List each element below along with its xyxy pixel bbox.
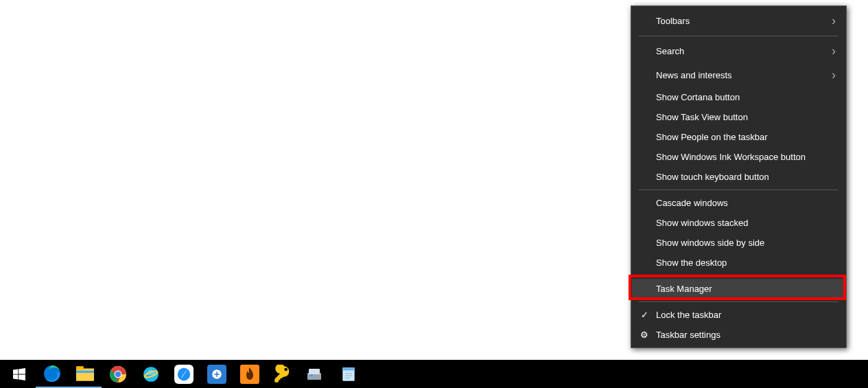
safari-browser[interactable] <box>167 360 200 388</box>
svg-rect-16 <box>309 369 320 374</box>
menu-item-show-cortana-button[interactable]: Show Cortana button <box>632 87 845 107</box>
app-key[interactable] <box>266 360 299 388</box>
notepad-icon <box>339 365 358 384</box>
flame-icon <box>240 365 259 384</box>
menu-item-label: News and interests <box>656 70 732 80</box>
menu-item-label: Show the desktop <box>656 258 727 268</box>
svg-rect-17 <box>310 374 313 376</box>
menu-item-news-and-interests[interactable]: News and interests› <box>632 63 845 87</box>
ie-icon <box>141 365 161 384</box>
menu-item-show-people-on-the-taskbar[interactable]: Show People on the taskbar <box>632 127 845 147</box>
menu-item-cascade-windows[interactable]: Cascade windows <box>632 193 845 213</box>
menu-item-task-manager[interactable]: Task Manager <box>632 279 845 299</box>
app-notepad[interactable] <box>332 360 365 388</box>
chevron-right-icon: › <box>832 44 836 58</box>
menu-separator <box>639 275 838 276</box>
taskbar <box>0 360 868 388</box>
menu-item-label: Lock the taskbar <box>656 310 721 320</box>
menu-item-show-the-desktop[interactable]: Show the desktop <box>632 253 845 273</box>
menu-item-search[interactable]: Search› <box>632 39 845 63</box>
chevron-right-icon: › <box>832 68 836 82</box>
menu-separator <box>639 301 838 302</box>
edge-browser[interactable] <box>36 361 69 388</box>
chrome-icon <box>108 365 128 384</box>
explorer-icon <box>75 364 95 383</box>
menu-item-label: Show touch keyboard button <box>656 172 769 182</box>
menu-separator <box>639 36 838 36</box>
menu-item-show-windows-ink-workspace-button[interactable]: Show Windows Ink Workspace button <box>632 147 845 167</box>
app-plus[interactable] <box>200 360 233 388</box>
menu-item-label: Show People on the taskbar <box>656 132 768 142</box>
internet-explorer[interactable] <box>134 360 167 388</box>
menu-item-label: Show windows stacked <box>656 218 748 228</box>
start-button[interactable] <box>3 360 36 388</box>
svg-rect-1 <box>76 368 94 380</box>
menu-item-toolbars[interactable]: Toolbars› <box>632 9 845 33</box>
taskbar-context-menu: Toolbars›Search›News and interests›Show … <box>631 5 847 348</box>
menu-item-label: Show Windows Ink Workspace button <box>656 152 806 162</box>
menu-separator <box>639 190 838 190</box>
windows-icon <box>10 365 29 384</box>
svg-point-7 <box>115 371 121 377</box>
key-icon <box>273 365 292 384</box>
scanner-icon <box>306 365 325 384</box>
menu-item-label: Show Task View button <box>656 112 748 122</box>
chevron-right-icon: › <box>832 14 836 28</box>
menu-item-label: Task Manager <box>656 284 712 294</box>
menu-item-show-touch-keyboard-button[interactable]: Show touch keyboard button <box>632 167 845 187</box>
menu-item-label: Search <box>656 46 684 56</box>
menu-item-label: Taskbar settings <box>656 330 720 340</box>
chrome-browser[interactable] <box>102 360 134 388</box>
svg-rect-2 <box>76 366 84 369</box>
app-scanner[interactable] <box>299 360 332 388</box>
menu-item-label: Toolbars <box>656 16 690 26</box>
menu-item-show-windows-stacked[interactable]: Show windows stacked <box>632 213 845 233</box>
menu-item-show-task-view-button[interactable]: Show Task View button <box>632 107 845 127</box>
edge-icon <box>43 364 62 383</box>
menu-item-show-windows-side-by-side[interactable]: Show windows side by side <box>632 233 845 253</box>
menu-item-taskbar-settings[interactable]: ⚙Taskbar settings <box>632 325 845 345</box>
file-explorer[interactable] <box>69 361 102 388</box>
app-flame[interactable] <box>233 360 266 388</box>
menu-item-label: Show Cortana button <box>656 92 740 102</box>
gear-icon: ⚙ <box>639 330 650 340</box>
safari-icon <box>174 365 193 384</box>
plus-icon <box>207 365 226 384</box>
check-icon: ✓ <box>639 310 650 320</box>
menu-item-lock-the-taskbar[interactable]: ✓Lock the taskbar <box>632 305 845 325</box>
svg-rect-19 <box>342 367 354 370</box>
menu-item-label: Show windows side by side <box>656 238 764 248</box>
svg-rect-3 <box>76 370 94 372</box>
menu-item-label: Cascade windows <box>656 198 728 208</box>
